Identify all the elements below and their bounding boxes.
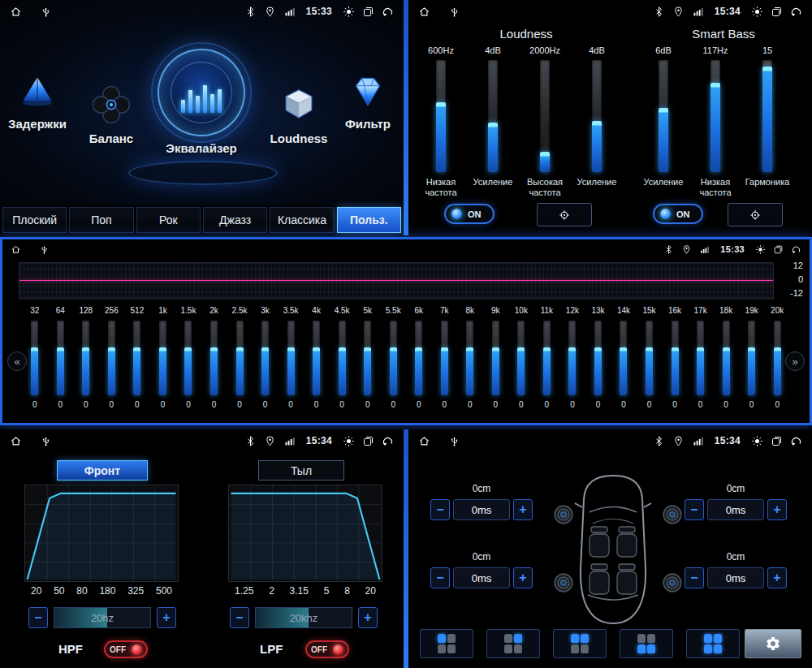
eq-band-slider[interactable]: [261, 321, 269, 395]
brightness-icon[interactable]: [343, 6, 355, 18]
eq-band-slider[interactable]: [287, 321, 295, 395]
speaker-front-left-icon[interactable]: [553, 504, 574, 525]
recent-apps-icon[interactable]: [362, 6, 374, 18]
vertical-slider[interactable]: [592, 60, 602, 172]
eq-band-slider[interactable]: [313, 321, 320, 395]
brightness-icon[interactable]: [343, 435, 355, 447]
preset-tab[interactable]: Польз.: [337, 207, 401, 233]
eq-band-slider[interactable]: [210, 321, 218, 395]
tab-front[interactable]: Фронт: [57, 460, 148, 481]
speaker-rear-right-icon[interactable]: [662, 572, 683, 593]
home-icon[interactable]: [418, 6, 430, 18]
hpf-decrease-button[interactable]: −: [28, 607, 48, 628]
back-icon[interactable]: [790, 6, 802, 18]
listening-zone-button[interactable]: [420, 629, 473, 658]
eq-band-slider[interactable]: [159, 321, 166, 395]
decrease-button[interactable]: −: [430, 499, 450, 520]
vertical-slider[interactable]: [659, 60, 668, 172]
recent-apps-icon[interactable]: [362, 435, 374, 447]
back-icon[interactable]: [382, 435, 394, 447]
increase-button[interactable]: +: [767, 499, 787, 520]
vertical-slider[interactable]: [488, 60, 498, 172]
brightness-icon[interactable]: [751, 6, 763, 18]
back-icon[interactable]: [790, 435, 802, 447]
lpf-toggle[interactable]: OFF: [305, 640, 349, 658]
increase-button[interactable]: +: [513, 567, 533, 588]
preset-tab[interactable]: Плоский: [2, 207, 67, 233]
vertical-slider[interactable]: [540, 60, 550, 172]
decrease-button[interactable]: −: [430, 567, 450, 588]
home-icon[interactable]: [10, 435, 22, 447]
recent-apps-icon[interactable]: [771, 6, 783, 18]
preset-tab[interactable]: Рок: [136, 207, 201, 233]
back-icon[interactable]: [791, 244, 801, 255]
preset-tab[interactable]: Поп: [69, 207, 133, 233]
smartbass-target-button[interactable]: [728, 203, 783, 226]
eq-band-slider[interactable]: [568, 321, 576, 395]
decrease-button[interactable]: −: [685, 499, 704, 520]
eq-band-slider[interactable]: [748, 321, 755, 395]
hpf-frequency-slider[interactable]: 20hz: [54, 607, 151, 628]
preset-tab[interactable]: Джазз: [203, 207, 267, 233]
eq-band-slider[interactable]: [57, 321, 64, 395]
speaker-front-right-icon[interactable]: [662, 504, 683, 525]
eq-band-slider[interactable]: [492, 321, 499, 395]
hpf-toggle[interactable]: OFF: [104, 640, 148, 658]
eq-band-slider[interactable]: [390, 321, 397, 395]
brightness-icon[interactable]: [755, 244, 766, 255]
eq-band-slider[interactable]: [108, 321, 115, 395]
speaker-rear-left-icon[interactable]: [553, 572, 574, 593]
home-icon[interactable]: [11, 244, 21, 255]
eq-band-slider[interactable]: [364, 321, 371, 395]
eq-band-slider[interactable]: [415, 321, 422, 395]
eq-band-slider[interactable]: [543, 321, 551, 395]
vertical-slider[interactable]: [710, 60, 720, 172]
lpf-frequency-slider[interactable]: 20khz: [255, 607, 352, 628]
recent-apps-icon[interactable]: [771, 435, 783, 447]
vertical-slider[interactable]: [436, 60, 446, 172]
settings-button[interactable]: [745, 629, 801, 658]
listening-zone-button[interactable]: [620, 629, 673, 658]
menu-item-equalizer[interactable]: Эквалайзер: [136, 49, 266, 155]
menu-item-delays[interactable]: Задержки: [2, 71, 73, 131]
listening-zone-button[interactable]: [553, 629, 607, 658]
eq-band-slider[interactable]: [184, 321, 192, 395]
eq-band-slider[interactable]: [236, 321, 244, 395]
eq-band-slider[interactable]: [594, 321, 602, 395]
menu-item-loudness[interactable]: Loudness: [261, 83, 336, 145]
brightness-icon[interactable]: [751, 435, 763, 447]
tab-rear[interactable]: Тыл: [258, 460, 344, 481]
eq-band-slider[interactable]: [82, 321, 89, 395]
eq-band-slider[interactable]: [774, 321, 781, 395]
eq-band-slider[interactable]: [697, 321, 704, 395]
menu-item-filter[interactable]: Фильтр: [333, 71, 403, 131]
increase-button[interactable]: +: [513, 499, 533, 520]
eq-band-slider[interactable]: [31, 321, 38, 395]
eq-band-slider[interactable]: [339, 321, 346, 395]
listening-zone-button[interactable]: [486, 629, 540, 658]
lpf-increase-button[interactable]: +: [358, 607, 378, 628]
home-icon[interactable]: [418, 435, 430, 447]
eq-band-slider[interactable]: [646, 321, 653, 395]
eq-band-slider[interactable]: [723, 321, 730, 395]
home-icon[interactable]: [10, 6, 22, 18]
preset-tab[interactable]: Классика: [270, 207, 334, 233]
back-icon[interactable]: [382, 6, 394, 18]
eq-band-slider[interactable]: [672, 321, 679, 395]
hpf-increase-button[interactable]: +: [157, 607, 176, 628]
lpf-decrease-button[interactable]: −: [230, 607, 249, 628]
loudness-on-toggle[interactable]: ON: [444, 204, 495, 224]
loudness-target-button[interactable]: [537, 203, 592, 226]
eq-band-slider[interactable]: [466, 321, 473, 395]
vertical-slider[interactable]: [762, 60, 772, 172]
listening-zone-button[interactable]: [686, 629, 740, 658]
decrease-button[interactable]: −: [685, 567, 704, 588]
increase-button[interactable]: +: [767, 567, 787, 588]
eq-band-slider[interactable]: [133, 321, 140, 395]
eq-band-slider[interactable]: [517, 321, 525, 395]
eq-band-freq: 5k: [363, 306, 372, 317]
recent-apps-icon[interactable]: [773, 244, 784, 255]
eq-band-slider[interactable]: [620, 321, 627, 395]
smartbass-on-toggle[interactable]: ON: [653, 204, 703, 224]
eq-band-slider[interactable]: [441, 321, 448, 395]
